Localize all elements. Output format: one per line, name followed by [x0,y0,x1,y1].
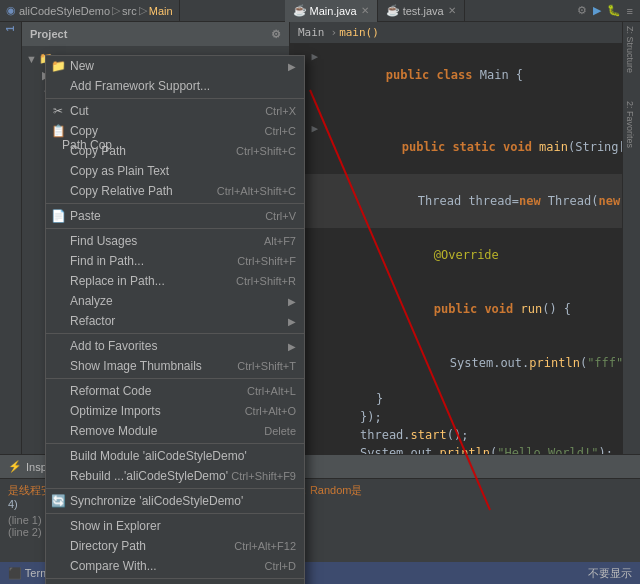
code-line-4: Thread thread=new Thread(new Runnable() … [290,174,622,228]
separator-3 [46,228,304,229]
editor-method-bar: Main › main() [290,22,622,44]
paste-icon: 📄 [50,208,66,224]
separator-7 [46,488,304,489]
hide-label[interactable]: 不要显示 [588,566,632,581]
menu-item-find-in-path[interactable]: Find in Path... Ctrl+Shift+F [46,251,304,271]
new-icon: 📁 [50,58,66,74]
sync-icon: 🔄 [50,493,66,509]
more-icon[interactable]: ≡ [627,5,633,17]
code-line-7: System.out.println("fff"); [290,336,622,390]
separator-4 [46,333,304,334]
project-label: Project [30,28,67,40]
tab-main-java[interactable]: ☕ Main.java ✕ [285,0,378,22]
context-menu: 📁 New ▶ Add Framework Support... ✂ Cut C… [45,55,305,584]
code-line-6: public void run() { [290,282,622,336]
separator-8 [46,513,304,514]
project-header: Project ⚙ [22,22,289,46]
menu-item-reformat[interactable]: Reformat Code Ctrl+Alt+L [46,381,304,401]
code-editor[interactable]: ▶ public class Main { ▶ public static vo… [290,44,622,502]
separator-6 [46,443,304,444]
menu-item-rebuild[interactable]: Rebuild ...'aliCodeStyleDemo' Ctrl+Shift… [46,466,304,486]
debug-icon[interactable]: 🐛 [607,4,621,17]
menu-item-find-usages[interactable]: Find Usages Alt+F7 [46,231,304,251]
menu-item-remove-module[interactable]: Remove Module Delete [46,421,304,441]
refactor-arrow-icon: ▶ [288,316,296,327]
menu-item-optimize-imports[interactable]: Optimize Imports Ctrl+Alt+O [46,401,304,421]
separator-9 [46,578,304,579]
terminal-icon: ⬛ [8,567,22,579]
menu-item-synchronize[interactable]: 🔄 Synchronize 'aliCodeStyleDemo' [46,491,304,511]
project-icon[interactable]: 1 [3,22,18,36]
inspection-icon[interactable]: ⚡ [8,460,22,473]
menu-item-new[interactable]: 📁 New ▶ [46,56,304,76]
separator-2 [46,203,304,204]
code-line-8: } [290,390,622,408]
run-icon[interactable]: ▶ [593,4,601,17]
tab-close-test[interactable]: ✕ [448,5,456,16]
menu-item-copy[interactable]: 📋 Copy Ctrl+C [46,121,304,141]
menu-item-show-thumbnails[interactable]: Show Image Thumbnails Ctrl+Shift+T [46,356,304,376]
breadcrumb-method: main() [339,26,379,39]
code-line-9: }); [290,408,622,426]
code-line-5: @Override [290,228,622,282]
menu-item-analyze[interactable]: Analyze ▶ [46,291,304,311]
tab-test-java[interactable]: ☕ test.java ✕ [378,0,465,22]
code-line-10: thread.start(); [290,426,622,444]
structure-tab[interactable]: Z: Structure [623,22,637,77]
menu-item-directory-path[interactable]: Directory Path Ctrl+Alt+F12 [46,536,304,556]
right-panel: Z: Structure 2: Favorites [622,22,640,454]
menu-item-show-explorer[interactable]: Show in Explorer [46,516,304,536]
code-line-1: ▶ public class Main { [290,48,622,102]
separator-1 [46,98,304,99]
copy-icon: 📋 [50,123,66,139]
left-icon-strip: 1 [0,22,22,454]
favorites-tab[interactable]: 2: Favorites [623,97,637,152]
menu-item-copy-plain[interactable]: Copy as Plain Text [46,161,304,181]
code-line-3: ▶ public static void main(String[] args)… [290,120,622,174]
menu-item-copy-relative[interactable]: Copy Relative Path Ctrl+Alt+Shift+C [46,181,304,201]
menu-item-add-framework[interactable]: Add Framework Support... [46,76,304,96]
favorites-arrow-icon: ▶ [288,341,296,352]
menu-item-refactor[interactable]: Refactor ▶ [46,311,304,331]
cut-icon: ✂ [50,103,66,119]
menu-item-compare-with[interactable]: Compare With... Ctrl+D [46,556,304,576]
project-settings-icon[interactable]: ⚙ [271,28,281,41]
tab-project[interactable]: ◉ aliCodeStyleDemo ▷ src ▷ Main [0,0,180,22]
analyze-arrow-icon: ▶ [288,296,296,307]
tab-close-main[interactable]: ✕ [361,5,369,16]
breadcrumb-class: Main [298,26,325,39]
arrow-icon: ▶ [288,61,296,72]
menu-item-paste[interactable]: 📄 Paste Ctrl+V [46,206,304,226]
menu-item-replace-in-path[interactable]: Replace in Path... Ctrl+Shift+R [46,271,304,291]
menu-item-add-favorites[interactable]: Add to Favorites ▶ [46,336,304,356]
menu-item-build[interactable]: Build Module 'aliCodeStyleDemo' [46,446,304,466]
menu-item-copy-path[interactable]: Copy Path Ctrl+Shift+C [46,141,304,161]
menu-item-cut[interactable]: ✂ Cut Ctrl+X [46,101,304,121]
settings-icon[interactable]: ⚙ [577,4,587,17]
code-line-2 [290,102,622,120]
tab-bar: ◉ aliCodeStyleDemo ▷ src ▷ Main ☕ Main.j… [0,0,640,22]
separator-5 [46,378,304,379]
